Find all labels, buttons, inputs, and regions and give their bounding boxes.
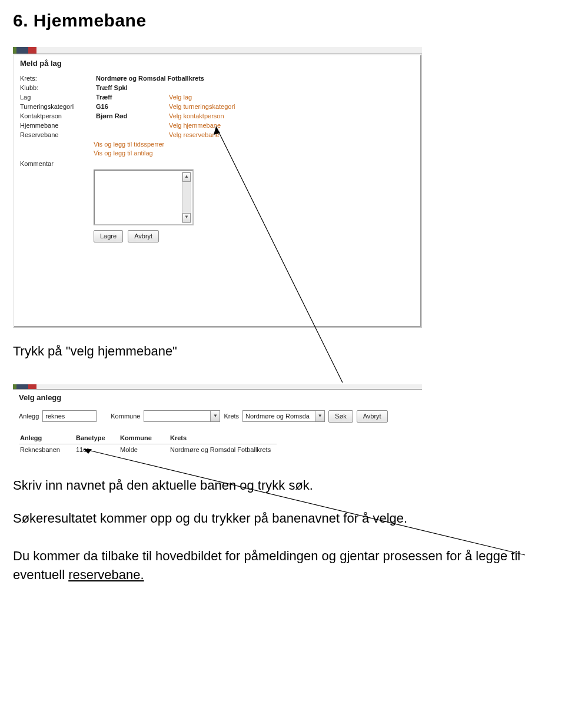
cell-krets: Nordmøre og Romsdal Fotballkrets [169, 444, 277, 455]
label-hjemmebane: Hjemmebane [20, 122, 94, 129]
avbryt-button[interactable]: Avbryt [128, 230, 159, 242]
label-reservebane: Reservebane [20, 131, 94, 138]
instruction-2: Skriv inn navnet på den aktuelle banen o… [13, 476, 552, 495]
instruction-3: Søkeresultatet kommer opp og du trykker … [13, 509, 552, 528]
panel-title: Velg anlegg [19, 393, 416, 402]
label-krets: Krets [224, 413, 239, 420]
label-klubb: Klubb: [20, 84, 94, 91]
textarea-scrollbar[interactable]: ▲ ▼ [182, 172, 191, 223]
reservebane-link-text: reservebane. [68, 567, 144, 582]
window-tabs-strip [13, 384, 422, 390]
instruction-1: Trykk på "velg hjemmebane" [13, 342, 552, 361]
kommune-select[interactable] [144, 410, 220, 422]
lagre-button[interactable]: Lagre [94, 230, 123, 242]
label-kontaktperson: Kontaktperson [20, 112, 94, 119]
label-kommune: Kommune [111, 413, 140, 420]
col-anlegg: Anlegg [19, 433, 75, 444]
table-row[interactable]: Reknesbanen 11er Molde Nordmøre og Romsd… [19, 444, 277, 455]
link-tidssperrer[interactable]: Vis og legg til tidssperrer [94, 141, 415, 148]
chevron-down-icon[interactable]: ▼ [315, 411, 324, 421]
cell-anlegg: Reknesbanen [19, 444, 75, 455]
label-anlegg: Anlegg [19, 413, 39, 420]
kommentar-textarea[interactable]: ▲ ▼ [94, 169, 194, 225]
chevron-down-icon[interactable]: ▼ [210, 411, 220, 421]
sok-button[interactable]: Søk [328, 410, 353, 423]
link-velg-hjemmebane[interactable]: Velg hjemmebane [169, 122, 415, 129]
link-velg-turneringskategori[interactable]: Velg turneringskategori [169, 103, 415, 110]
window-tabs-strip [13, 47, 422, 54]
value-klubb: Træff Spkl [96, 84, 415, 91]
col-krets: Krets [169, 433, 277, 444]
value-turneringskategori: G16 [96, 103, 167, 110]
instruction-4: Du kommer da tilbake til hovedbildet for… [13, 547, 552, 584]
krets-select[interactable] [242, 410, 325, 422]
label-lag: Lag [20, 94, 94, 101]
label-kommentar: Kommentar [20, 157, 94, 167]
cell-kommune: Molde [119, 444, 169, 455]
link-velg-kontaktperson[interactable]: Velg kontaktperson [169, 112, 415, 119]
value-lag: Træff [96, 94, 167, 101]
col-kommune: Kommune [119, 433, 169, 444]
table-header-row: Anlegg Banetype Kommune Krets [19, 433, 277, 444]
link-velg-reservebane[interactable]: Velg reservebane [169, 131, 415, 138]
result-table: Anlegg Banetype Kommune Krets Reknesbane… [19, 433, 277, 455]
screenshot-velg-anlegg: Velg anlegg Anlegg Kommune ▼ Krets ▼ Søk… [13, 384, 422, 462]
screenshot-meld-paa-lag: Meld på lag Krets: Nordmøre og Romsdal F… [13, 47, 422, 328]
value-krets: Nordmøre og Romsdal Fotballkrets [96, 75, 415, 82]
value-kontaktperson: Bjørn Rød [96, 112, 167, 119]
scroll-up-icon[interactable]: ▲ [182, 172, 191, 182]
panel-title: Meld på lag [14, 55, 421, 74]
col-banetype: Banetype [75, 433, 119, 444]
label-krets: Krets: [20, 75, 94, 82]
link-velg-lag[interactable]: Velg lag [169, 94, 415, 101]
link-antilag[interactable]: Vis og legg til antilag [94, 149, 415, 157]
svg-line-2 [84, 449, 525, 555]
avbryt-button[interactable]: Avbryt [357, 410, 388, 423]
cell-banetype: 11er [75, 444, 119, 455]
scroll-down-icon[interactable]: ▼ [182, 213, 191, 222]
section-heading: 6. Hjemmebane [13, 11, 552, 31]
label-turneringskategori: Turneringskategori [20, 103, 94, 110]
anlegg-input[interactable] [42, 410, 97, 422]
